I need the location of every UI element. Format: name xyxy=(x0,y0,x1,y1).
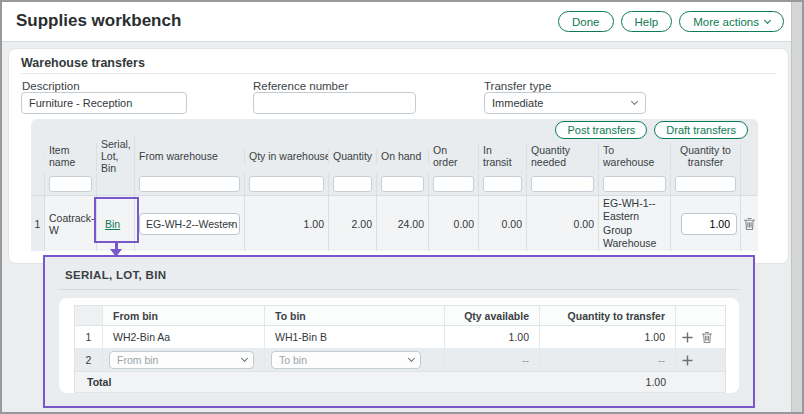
filter-from-warehouse[interactable] xyxy=(139,176,240,192)
plus-icon xyxy=(682,332,693,343)
filter-quantity[interactable] xyxy=(333,176,372,192)
top-actions: Done Help More actions xyxy=(558,11,784,32)
bins-table: From bin To bin Qty available Quantity t… xyxy=(74,305,726,393)
page-title: Supplies workbench xyxy=(16,11,181,31)
filter-in-transit[interactable] xyxy=(483,176,522,192)
col-from-bin: From bin xyxy=(103,306,265,325)
quantity-to-transfer-input[interactable] xyxy=(681,213,737,235)
plus-icon xyxy=(682,355,693,366)
on-order-cell: 0.00 xyxy=(429,196,479,251)
filter-qty-in-warehouse[interactable] xyxy=(249,176,324,192)
in-transit-cell: 0.00 xyxy=(479,196,527,251)
draft-transfers-button[interactable]: Draft transfers xyxy=(654,121,748,139)
quantity-cell: 2.00 xyxy=(329,196,377,251)
from-warehouse-select[interactable]: EG-WH-2--Western Gr xyxy=(139,213,240,235)
chevron-down-icon xyxy=(764,16,771,23)
total-value: 1.00 xyxy=(445,376,676,388)
grid-filter-row xyxy=(31,173,758,195)
from-bin-select[interactable]: From bin xyxy=(109,351,254,369)
trash-icon xyxy=(743,217,756,231)
filter-on-order[interactable] xyxy=(433,176,474,192)
quantity-needed-cell: 0.00 xyxy=(527,196,599,251)
post-transfers-button[interactable]: Post transfers xyxy=(555,121,647,139)
row-number: 1 xyxy=(31,196,45,251)
col-qty-in-warehouse: Qty in warehouse xyxy=(245,149,329,165)
total-label: Total xyxy=(75,376,445,388)
grid-action-band: Post transfers Draft transfers xyxy=(31,119,758,141)
description-input[interactable] xyxy=(21,92,187,114)
col-bin-quantity-to-transfer: Quantity to transfer xyxy=(540,306,676,325)
transfer-type-select[interactable]: Immediate xyxy=(484,92,646,114)
top-bar: Supplies workbench Done Help More action… xyxy=(2,2,791,42)
help-button[interactable]: Help xyxy=(621,11,673,32)
item-name-cell: Coatrack-W xyxy=(45,196,97,251)
to-bin-cell: WH1-Bin B xyxy=(265,326,445,348)
col-quantity-to-transfer: Quantity to transfer xyxy=(671,143,741,171)
bins-header-row: From bin To bin Qty available Quantity t… xyxy=(75,306,725,326)
col-to-warehouse: To warehouse xyxy=(599,143,671,171)
from-bin-cell: WH2-Bin Aa xyxy=(103,326,265,348)
description-label: Description xyxy=(22,80,80,92)
on-hand-cell: 24.00 xyxy=(377,196,429,251)
section-divider xyxy=(21,73,776,74)
transfer-row: 1 Coatrack-W Bin EG-WH-2--Western Gr 1.0… xyxy=(31,195,758,251)
callout-arrow-head xyxy=(110,249,122,257)
vertical-scrollbar[interactable] xyxy=(791,2,802,412)
filter-to-warehouse[interactable] xyxy=(603,176,666,192)
qty-available-cell: -- xyxy=(445,349,540,371)
col-on-hand: On hand xyxy=(377,149,429,165)
trash-icon xyxy=(701,331,713,344)
panel-title: SERIAL, LOT, BIN xyxy=(65,269,166,281)
col-quantity: Quantity xyxy=(329,149,377,165)
add-bin-row-button[interactable] xyxy=(682,355,693,366)
transfer-type-label: Transfer type xyxy=(484,80,551,92)
chevron-down-icon xyxy=(241,355,248,362)
col-serial-lot-bin: Serial, Lot, Bin xyxy=(97,137,135,176)
done-button[interactable]: Done xyxy=(558,11,614,32)
bin-qty-to-transfer-cell: -- xyxy=(540,349,676,371)
col-from-warehouse: From warehouse xyxy=(135,149,245,165)
bins-card: From bin To bin Qty available Quantity t… xyxy=(59,298,739,393)
panel-divider xyxy=(59,289,739,290)
col-in-transit: In transit xyxy=(479,143,527,171)
serial-lot-bin-panel: SERIAL, LOT, BIN From bin To bin Qty ava… xyxy=(43,255,755,408)
chevron-down-icon xyxy=(631,98,638,105)
reference-number-label: Reference number xyxy=(253,80,348,92)
supplies-workbench-screen: Supplies workbench Done Help More action… xyxy=(0,0,804,414)
filter-item-name[interactable] xyxy=(49,176,92,192)
add-bin-row-button[interactable] xyxy=(682,332,693,343)
col-qty-available: Qty available xyxy=(445,306,540,325)
warehouse-transfers-card: Warehouse transfers Description Referenc… xyxy=(8,48,789,264)
bin-row-2: 2 From bin To bin -- -- xyxy=(75,349,725,372)
col-on-order: On order xyxy=(429,143,479,171)
qty-in-warehouse-cell: 1.00 xyxy=(245,196,329,251)
filter-quantity-needed[interactable] xyxy=(531,176,594,192)
qty-available-cell: 1.00 xyxy=(445,326,540,348)
bin-qty-to-transfer-cell: 1.00 xyxy=(540,326,676,348)
section-title: Warehouse transfers xyxy=(21,56,145,70)
delete-bin-row-button[interactable] xyxy=(701,331,713,344)
reference-number-input[interactable] xyxy=(253,92,416,114)
bins-total-row: Total 1.00 xyxy=(75,372,725,392)
chevron-down-icon xyxy=(408,355,415,362)
col-quantity-needed: Quantity needed xyxy=(527,143,599,171)
row-number: 2 xyxy=(75,349,103,371)
delete-row-button[interactable] xyxy=(743,217,756,231)
grid-header-row: Item name Serial, Lot, Bin From warehous… xyxy=(31,141,758,173)
to-bin-select[interactable]: To bin xyxy=(271,351,421,369)
bin-row-1: 1 WH2-Bin Aa WH1-Bin B 1.00 1.00 xyxy=(75,326,725,349)
filter-on-hand[interactable] xyxy=(381,176,424,192)
col-to-bin: To bin xyxy=(265,306,445,325)
transfers-grid: Post transfers Draft transfers Item name… xyxy=(31,119,758,251)
bin-link[interactable]: Bin xyxy=(105,218,120,230)
row-number: 1 xyxy=(75,326,103,348)
filter-quantity-to-transfer[interactable] xyxy=(675,176,736,192)
to-warehouse-cell: EG-WH-1--Eastern Group Warehouse xyxy=(599,196,671,251)
col-item-name: Item name xyxy=(45,143,97,171)
more-actions-button[interactable]: More actions xyxy=(679,11,784,32)
